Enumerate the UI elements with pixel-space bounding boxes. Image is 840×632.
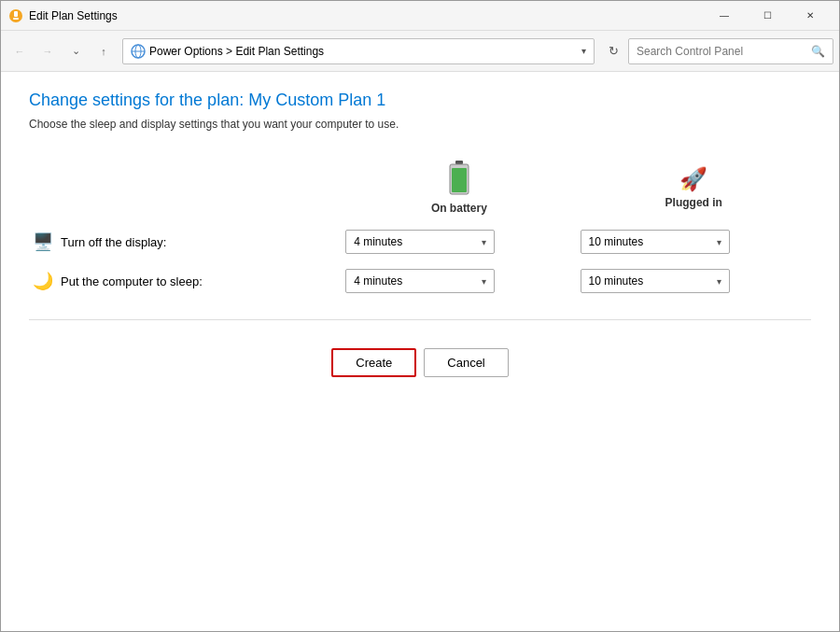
sleep-on-battery-cell: 4 minutes ▾	[342, 261, 576, 301]
search-icon[interactable]: 🔍	[811, 45, 825, 58]
display-plugged-in-dropdown[interactable]: 10 minutes ▾	[581, 230, 730, 254]
col-header-on-battery: On battery	[342, 153, 576, 222]
svg-rect-6	[455, 161, 463, 164]
col-header-plugged-in: 🚀 Plugged in	[577, 153, 811, 222]
maximize-button[interactable]: ☐	[746, 1, 789, 31]
table-row: 🖥️ Turn off the display: 4 minutes ▾ 10 …	[29, 222, 811, 261]
table-row: 🌙 Put the computer to sleep: 4 minutes ▾…	[29, 261, 811, 301]
display-plugged-in-cell: 10 minutes ▾	[577, 222, 811, 261]
sleep-plugged-in-arrow: ▾	[717, 276, 721, 287]
page-title: Change settings for the plan: My Custom …	[29, 91, 811, 110]
window-controls: — ☐ ✕	[703, 1, 832, 31]
page-subtitle: Choose the sleep and display settings th…	[29, 118, 811, 131]
settings-table: On battery 🚀 Plugged in	[29, 153, 811, 301]
svg-rect-2	[13, 18, 19, 20]
display-label-text: Turn off the display:	[61, 235, 166, 249]
sleep-row-label: 🌙 Put the computer to sleep:	[33, 271, 338, 291]
display-plugged-in-arrow: ▾	[717, 237, 721, 247]
refresh-button[interactable]: ↻	[600, 38, 626, 64]
svg-rect-8	[452, 168, 467, 192]
sleep-plugged-in-cell: 10 minutes ▾	[577, 261, 811, 301]
sleep-on-battery-dropdown[interactable]: 4 minutes ▾	[345, 269, 495, 293]
plugged-in-icon: 🚀	[679, 166, 707, 192]
main-window: Edit Plan Settings — ☐ ✕ ← → ⌄ ↑ Power O…	[0, 0, 840, 632]
search-bar[interactable]: 🔍	[628, 38, 833, 64]
svg-rect-1	[14, 11, 18, 17]
display-icon: 🖥️	[33, 232, 53, 252]
display-on-battery-cell: 4 minutes ▾	[342, 222, 576, 261]
sleep-plugged-in-value: 10 minutes	[589, 274, 644, 288]
address-text: Power Options > Edit Plan Settings	[149, 45, 578, 58]
address-dropdown-arrow[interactable]: ▾	[581, 46, 586, 56]
button-row: Create Cancel	[29, 339, 811, 386]
search-input[interactable]	[637, 45, 807, 58]
battery-icon	[448, 161, 470, 198]
recent-pages-button[interactable]: ⌄	[63, 38, 89, 64]
address-bar[interactable]: Power Options > Edit Plan Settings ▾	[122, 38, 595, 64]
navigation-bar: ← → ⌄ ↑ Power Options > Edit Plan Settin…	[1, 31, 839, 72]
forward-button[interactable]: →	[35, 38, 61, 64]
minimize-button[interactable]: —	[703, 1, 746, 31]
up-button[interactable]: ↑	[91, 38, 117, 64]
window-icon	[8, 8, 23, 23]
window-title: Edit Plan Settings	[29, 9, 703, 22]
cancel-button[interactable]: Cancel	[424, 348, 508, 377]
col-on-battery-label: On battery	[431, 202, 487, 215]
title-bar: Edit Plan Settings — ☐ ✕	[1, 1, 839, 31]
display-on-battery-arrow: ▾	[482, 237, 486, 247]
create-button[interactable]: Create	[331, 348, 416, 377]
back-button[interactable]: ←	[7, 38, 33, 64]
main-content: Change settings for the plan: My Custom …	[1, 72, 839, 631]
sleep-icon: 🌙	[33, 271, 53, 291]
sleep-plugged-in-dropdown[interactable]: 10 minutes ▾	[581, 269, 730, 293]
sleep-on-battery-value: 4 minutes	[354, 274, 402, 288]
col-plugged-in-label: Plugged in	[665, 196, 722, 209]
display-plugged-in-value: 10 minutes	[589, 235, 644, 248]
close-button[interactable]: ✕	[789, 1, 832, 31]
display-on-battery-value: 4 minutes	[354, 235, 402, 248]
display-on-battery-dropdown[interactable]: 4 minutes ▾	[345, 230, 495, 254]
sleep-on-battery-arrow: ▾	[482, 276, 486, 287]
divider	[29, 319, 811, 320]
address-bar-icon	[131, 44, 146, 59]
display-row-label: 🖥️ Turn off the display:	[33, 232, 338, 252]
sleep-label-text: Put the computer to sleep:	[61, 274, 203, 288]
